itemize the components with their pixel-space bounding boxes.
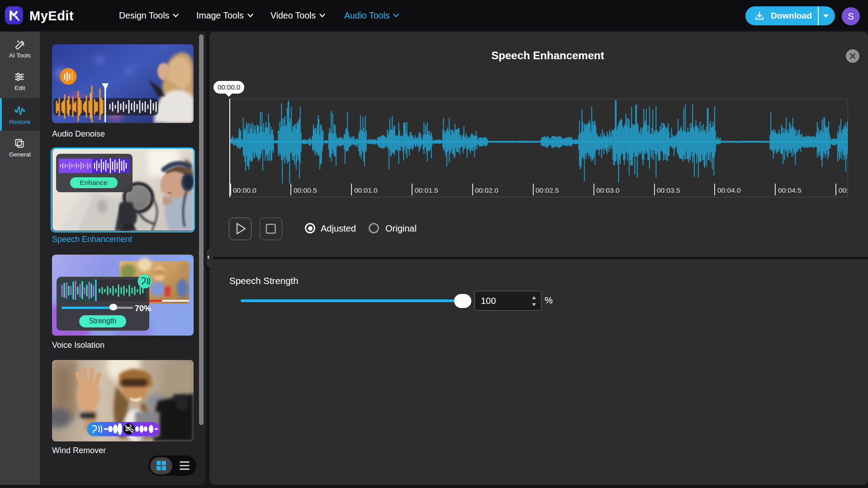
svg-text:70%: 70% [135, 304, 151, 313]
svg-text:Strength: Strength [89, 317, 116, 325]
